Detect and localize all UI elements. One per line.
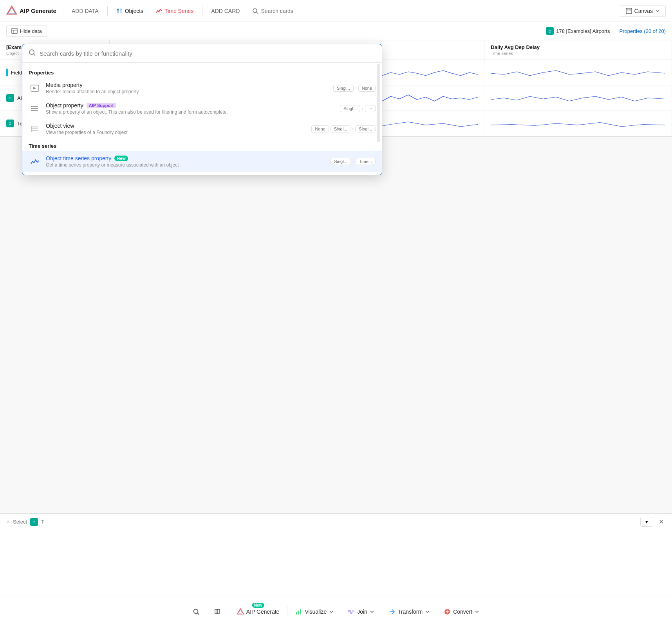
search-item-timeseries[interactable]: Object time series property New Get a ti… <box>22 151 382 172</box>
panel-drag-handle[interactable]: ⠿ <box>6 519 10 525</box>
media-property-icon <box>29 82 41 94</box>
nav-logo[interactable]: AIP Generate <box>6 5 56 16</box>
hide-data-button[interactable]: Hide data <box>6 25 47 37</box>
airport-icon: ⊙ <box>546 27 554 35</box>
nav-time-series[interactable]: Time Series <box>150 5 199 16</box>
nav-divider-2 <box>107 6 108 16</box>
convert-chevron-icon <box>475 609 479 614</box>
search-cards-input[interactable] <box>40 50 376 57</box>
bt-visualize-button[interactable]: Visualize <box>289 605 340 618</box>
nav-canvas[interactable]: Canvas <box>620 5 666 17</box>
join-chevron-icon <box>370 609 374 614</box>
svg-point-20 <box>31 106 33 107</box>
svg-point-14 <box>29 50 34 54</box>
bt-divider-2 <box>287 606 287 617</box>
svg-rect-4 <box>117 11 119 13</box>
svg-point-6 <box>253 9 257 13</box>
nav-logo-label: AIP Generate <box>20 7 56 14</box>
search-item-media[interactable]: Media property Render media attached to … <box>22 78 382 98</box>
object-property-title: Object property AIP Support <box>46 102 335 109</box>
search-overlay: Properties Media property Render media a… <box>22 44 382 175</box>
td-albany-dep <box>484 85 672 111</box>
visualize-chevron-icon <box>329 609 334 614</box>
search-input-row <box>22 44 382 63</box>
chevron-view: › <box>352 126 354 132</box>
search-item-object-property[interactable]: Object property AIP Support Show a prope… <box>22 98 382 119</box>
chevron-media: › <box>355 85 357 91</box>
svg-point-27 <box>31 129 33 130</box>
panel-dropdown-btn[interactable]: ▾ <box>640 517 653 527</box>
svg-rect-33 <box>296 612 297 614</box>
svg-rect-5 <box>120 11 122 13</box>
ted-icon: ⊙ <box>6 120 14 127</box>
svg-point-29 <box>193 609 198 613</box>
object-view-chips: None Singl... › Singl... <box>311 125 376 132</box>
bottom-panel: ⠿ Select ⊙ T ▾ ✕ <box>0 513 672 596</box>
table-toolbar: Hide data ⊙ 178 [Examples] Airports Prop… <box>0 22 672 40</box>
transform-chevron-icon <box>425 609 430 614</box>
object-view-content: Object view View the properties of a Fou… <box>46 123 307 135</box>
sparkline-field-dep <box>491 65 665 80</box>
chip-none-view: None <box>311 125 329 132</box>
section-title-properties: Properties <box>22 66 382 78</box>
bt-divider-1 <box>229 606 229 617</box>
objects-icon <box>116 8 123 14</box>
canvas-chevron-icon <box>655 9 660 13</box>
chip-singl-obj: Singl... <box>340 105 360 112</box>
bt-aip-icon <box>237 608 244 615</box>
aip-logo-icon <box>6 5 17 16</box>
media-property-chips: Singl... › None <box>333 85 376 92</box>
nav-add-card[interactable]: ADD CARD <box>206 5 245 16</box>
nav-divider-3 <box>202 6 202 16</box>
panel-inner: Select ⊙ T ▾ <box>13 517 653 527</box>
panel-t-label: T <box>41 519 44 525</box>
timeseries-content: Object time series property New Get a ti… <box>46 155 326 168</box>
bt-transform-button[interactable]: Transform <box>382 605 436 618</box>
search-overlay-icon <box>29 49 36 58</box>
panel-dropdown-arrow: ▾ <box>645 519 648 525</box>
bottom-toolbar: New AIP Generate Visualize <box>0 596 672 627</box>
bt-convert-button[interactable]: Convert <box>437 605 486 618</box>
bt-aip-button[interactable]: New AIP Generate <box>231 605 286 618</box>
bt-book-icon <box>214 608 221 615</box>
nav-divider-1 <box>63 6 63 16</box>
media-property-desc: Render media attached to an object prope… <box>46 89 329 94</box>
aip-support-tag: AIP Support <box>87 103 116 108</box>
top-nav: AIP Generate ADD DATA Objects Time Serie… <box>0 0 672 22</box>
bt-search-icon <box>193 608 200 615</box>
svg-rect-8 <box>626 8 632 14</box>
search-item-object-view[interactable]: Object view View the properties of a Fou… <box>22 119 382 139</box>
properties-link[interactable]: Properties (20 of 20) <box>619 28 666 34</box>
svg-line-30 <box>197 613 199 614</box>
svg-point-21 <box>31 108 33 109</box>
timeseries-title: Object time series property New <box>46 155 326 161</box>
bt-join-icon <box>348 608 355 615</box>
bt-visualize-icon <box>295 608 302 615</box>
panel-select-label: Select <box>13 519 27 525</box>
object-view-desc: View the properties of a Foundry object <box>46 130 307 135</box>
svg-line-7 <box>257 12 258 14</box>
chip-singl-ts: Singl... <box>331 158 351 165</box>
nav-objects[interactable]: Objects <box>111 5 149 16</box>
timeseries-chips: Singl... › Time... <box>331 158 376 165</box>
svg-point-28 <box>31 130 33 132</box>
object-property-icon <box>29 102 41 115</box>
svg-rect-10 <box>629 9 631 11</box>
nav-add-data[interactable]: ADD DATA <box>66 5 104 16</box>
svg-point-22 <box>31 110 33 111</box>
panel-close-button[interactable]: ✕ <box>656 517 666 527</box>
bt-join-button[interactable]: Join <box>341 605 381 618</box>
albany-icon: ⊙ <box>6 94 14 102</box>
chevron-obj: › <box>362 106 363 111</box>
media-property-title: Media property <box>46 82 329 88</box>
svg-rect-38 <box>350 612 352 614</box>
bt-transform-icon <box>388 608 396 615</box>
svg-point-26 <box>31 127 33 128</box>
object-view-icon <box>29 123 41 135</box>
bt-search-button[interactable] <box>186 605 206 618</box>
bt-book-button[interactable] <box>208 605 227 618</box>
nav-search-cards[interactable]: Search cards <box>247 5 298 16</box>
search-icon <box>252 8 258 14</box>
object-property-content: Object property AIP Support Show a prope… <box>46 102 335 115</box>
section-title-timeseries: Time series <box>22 139 382 151</box>
